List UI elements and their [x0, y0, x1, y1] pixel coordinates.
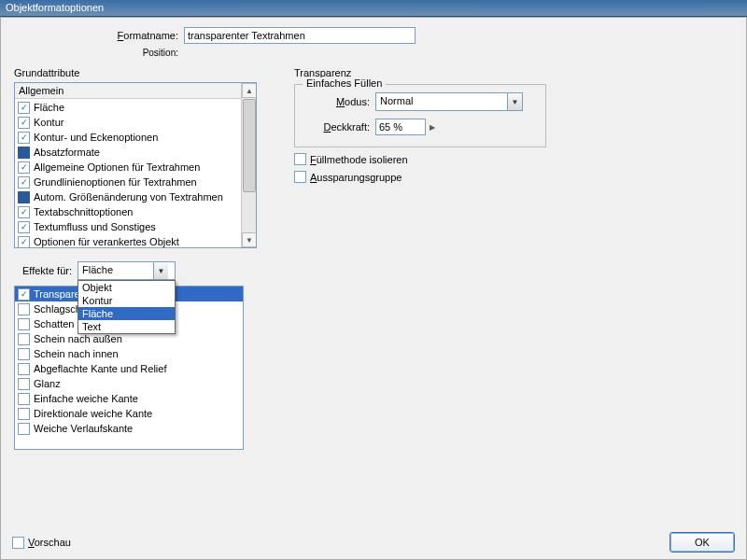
effekte-fuer-options: Objekt Kontur Fläche Text — [78, 280, 176, 334]
fx-row[interactable]: Weiche Verlaufskante — [15, 421, 243, 436]
check-icon[interactable]: ✓ — [18, 117, 30, 129]
grundattribute-heading: Grundattribute — [14, 67, 266, 78]
check-icon[interactable]: ✓ — [18, 236, 30, 248]
grundattribute-listbox[interactable]: Allgemein ✓Fläche ✓Kontur ✓Kontur- und E… — [14, 82, 257, 248]
triangle-right-icon[interactable]: ▶ — [430, 123, 435, 132]
dropdown-option-objekt[interactable]: Objekt — [78, 281, 175, 294]
dialog-body: Formatname: Position: Grundattribute All… — [0, 17, 747, 560]
einfaches-fuellen-legend: Einfaches Füllen — [303, 77, 386, 89]
check-icon[interactable] — [18, 147, 30, 159]
dropdown-option-text[interactable]: Text — [78, 320, 175, 333]
modus-dropdown[interactable]: Normal ▼ — [375, 92, 523, 111]
list-item[interactable]: ✓Kontur — [15, 115, 243, 130]
check-icon[interactable] — [18, 378, 30, 390]
scroll-thumb[interactable] — [243, 99, 256, 192]
list-item[interactable]: ✓Kontur- und Eckenoptionen — [15, 130, 243, 145]
grundattribute-list-header: Allgemein — [15, 83, 256, 99]
grundattribute-items: ✓Fläche ✓Kontur ✓Kontur- und Eckenoption… — [15, 100, 243, 248]
knockout-checkbox[interactable] — [294, 171, 306, 183]
fx-row[interactable]: Direktionale weiche Kante — [15, 406, 243, 421]
check-icon[interactable] — [18, 408, 30, 420]
scrollbar-vertical[interactable]: ▲ ▼ — [241, 83, 256, 247]
position-label: Position: — [91, 48, 184, 58]
isolate-label: Füllmethode isolieren — [310, 154, 408, 165]
fx-row[interactable]: Abgeflachte Kante und Relief — [15, 361, 243, 376]
isolate-checkbox[interactable] — [294, 153, 306, 165]
check-icon[interactable]: ✓ — [18, 288, 30, 301]
check-icon[interactable] — [18, 191, 30, 203]
window-titlebar: Objektformatoptionen — [0, 0, 747, 17]
check-icon[interactable]: ✓ — [18, 206, 30, 218]
check-icon[interactable]: ✓ — [18, 161, 30, 174]
effekte-fuer-dropdown[interactable]: Fläche ▼ Objekt Kontur Fläche Text — [78, 261, 176, 280]
modus-value: Normal — [376, 93, 507, 110]
chevron-down-icon[interactable]: ▼ — [507, 93, 522, 110]
fx-row[interactable]: Glanz — [15, 376, 243, 391]
fx-row[interactable]: Einfache weiche Kante — [15, 391, 243, 406]
vorschau-label: Vorschau — [28, 537, 71, 548]
formatname-label: Formatname: — [91, 30, 184, 41]
list-item[interactable]: ✓Fläche — [15, 100, 243, 115]
check-icon[interactable] — [18, 333, 30, 345]
scroll-down-icon[interactable]: ▼ — [242, 232, 257, 247]
window-title: Objektformatoptionen — [6, 2, 104, 13]
einfaches-fuellen-group: Einfaches Füllen Modus: Normal ▼ Deckkra… — [294, 84, 546, 147]
effekte-fuer-label: Effekte für: — [14, 265, 78, 276]
list-item[interactable]: ✓Grundlinienoptionen für Textrahmen — [15, 175, 243, 189]
list-item[interactable]: ✓Textumfluss und Sonstiges — [15, 219, 243, 234]
check-icon[interactable]: ✓ — [18, 176, 30, 189]
scroll-up-icon[interactable]: ▲ — [242, 83, 257, 98]
list-item[interactable]: Absatzformate — [15, 145, 243, 160]
check-icon[interactable] — [18, 318, 30, 330]
list-item[interactable]: Autom. Größenänderung von Textrahmen — [15, 189, 243, 204]
check-icon[interactable] — [18, 348, 30, 360]
ok-button[interactable]: OK — [669, 532, 735, 553]
check-icon[interactable]: ✓ — [18, 132, 30, 144]
deckkraft-input[interactable] — [375, 119, 426, 135]
list-item[interactable]: ✓Textabschnittoptionen — [15, 204, 243, 219]
formatname-input[interactable] — [184, 27, 416, 44]
dropdown-option-flaeche[interactable]: Fläche — [78, 307, 175, 320]
check-icon[interactable] — [18, 423, 30, 435]
fx-row[interactable]: Schein nach innen — [15, 346, 243, 361]
dropdown-option-kontur[interactable]: Kontur — [78, 294, 175, 307]
modus-label: Modus: — [304, 96, 375, 107]
list-item[interactable]: ✓Allgemeine Optionen für Textrahmen — [15, 160, 243, 175]
knockout-label: Aussparungsgruppe — [310, 172, 402, 183]
list-item[interactable]: ✓Optionen für verankertes Objekt — [15, 234, 243, 248]
deckkraft-label: Deckkraft: — [304, 121, 375, 133]
check-icon[interactable] — [18, 393, 30, 405]
check-icon[interactable] — [18, 363, 30, 375]
effekte-fuer-value: Fläche — [78, 262, 153, 279]
vorschau-checkbox[interactable] — [12, 537, 24, 549]
check-icon[interactable] — [18, 303, 30, 315]
check-icon[interactable]: ✓ — [18, 102, 30, 114]
check-icon[interactable]: ✓ — [18, 221, 30, 233]
chevron-down-icon[interactable]: ▼ — [153, 262, 168, 279]
